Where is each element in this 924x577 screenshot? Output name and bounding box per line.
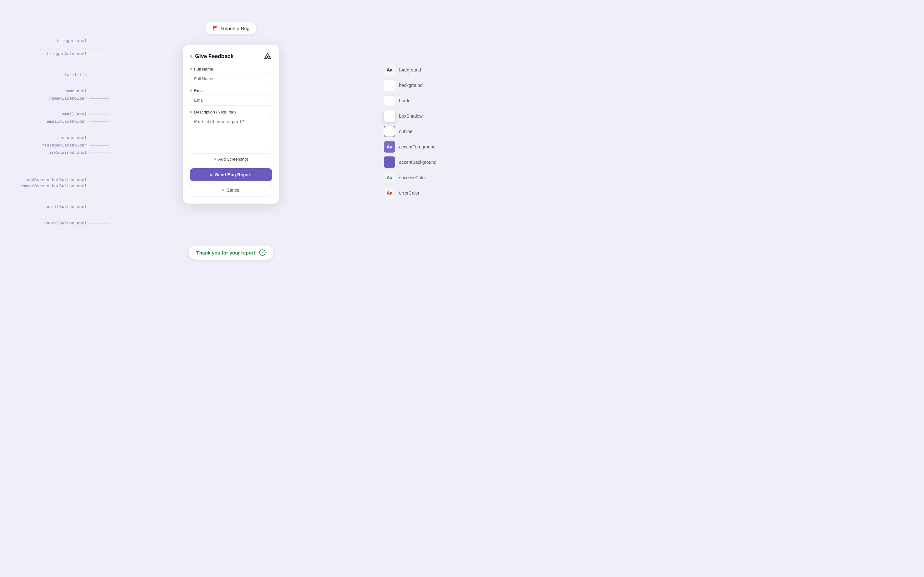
swatch-background-label: background	[399, 83, 423, 88]
sentry-logo-icon	[263, 52, 272, 61]
label-emailPlaceholder: emailPlaceholder	[19, 119, 109, 124]
label-addScreenshotButtonLabel: addScreenshotButtonLabel	[19, 177, 109, 182]
modal-title: Give Feedback	[195, 53, 234, 60]
swatch-foreground-label: foreground	[399, 67, 421, 73]
feedback-modal: Give Feedback Full Name Email Des	[183, 45, 279, 203]
screenshot-btn-dot	[214, 158, 216, 160]
email-label-dot	[190, 89, 192, 92]
label-emailLabel: emailLabel	[19, 112, 109, 117]
swatch-error-label: errorColor	[399, 190, 419, 195]
modal-header: Give Feedback	[190, 52, 272, 61]
submit-btn-label: Send Bug Report	[215, 172, 252, 177]
submit-btn-dot	[210, 174, 212, 176]
label-triggerAriaLabel: triggerAriaLabel	[19, 52, 109, 56]
swatch-outline-label: outline	[399, 129, 412, 134]
label-nameLabel: nameLabel	[19, 89, 109, 93]
swatch-accent-fg-label: accentForeground	[399, 144, 436, 149]
swatch-accent-fg: Aa	[384, 141, 395, 153]
swatch-foreground: Aa	[384, 64, 395, 76]
message-label-dot	[190, 111, 192, 113]
swatch-boxshadow	[384, 110, 395, 122]
label-cancelButtonLabel: cancelButtonLabel	[19, 221, 109, 226]
label-submitButtonLabel: submitButtonLabel	[19, 205, 109, 210]
check-icon: ✓	[259, 250, 266, 256]
email-input[interactable]	[190, 95, 272, 106]
swatch-boxshadow-label: boxShadow	[399, 113, 423, 119]
email-field-group: Email	[190, 88, 272, 106]
swatch-error: Aa	[384, 187, 395, 199]
label-messagePlaceholder: messagePlaceholder	[19, 143, 109, 148]
screenshot-btn-label: Add Screenshot	[218, 157, 248, 161]
swatch-foreground-row: Aa foreground	[384, 64, 436, 76]
swatch-error-row: Aa errorColor	[384, 187, 436, 199]
swatch-success-label: successColor	[399, 175, 426, 180]
label-namePlaceholder: namePlaceholder	[19, 96, 109, 101]
swatch-border	[384, 95, 395, 106]
modal-logo	[263, 52, 272, 61]
cancel-btn-dot	[222, 189, 224, 191]
left-labels-panel: triggerLabel triggerAriaLabel formTitle …	[19, 39, 109, 226]
trigger-button[interactable]: 🚩 Report a Bug	[205, 22, 257, 35]
swatch-outline	[384, 126, 395, 137]
swatch-border-label: border	[399, 98, 412, 103]
label-removeScreenshotButtonLabel: removeScreenshotButtonLabel	[19, 184, 109, 189]
right-swatches-panel: Aa foreground background border boxShado…	[384, 64, 436, 199]
message-textarea[interactable]	[190, 116, 272, 148]
trigger-label: Report a Bug	[221, 26, 249, 31]
email-label: Email	[194, 88, 205, 93]
label-messageLabel: messageLabel	[19, 135, 109, 140]
swatch-boxshadow-row: boxShadow	[384, 110, 436, 122]
modal-title-row: Give Feedback	[190, 53, 234, 60]
flag-icon: 🚩	[212, 25, 218, 31]
label-isRequiredLabel: isRequiredLabel	[19, 150, 109, 155]
label-formTitle: formTitle	[19, 73, 109, 77]
swatch-outline-row: outline	[384, 126, 436, 137]
name-label-dot	[190, 68, 192, 70]
header-dot	[190, 55, 192, 58]
swatch-accent-bg-label: accentBackground	[399, 160, 436, 165]
label-triggerLabel: triggerLabel	[19, 39, 109, 43]
thank-you-message: Thank you for your report! ✓	[189, 245, 273, 259]
swatch-accent-bg	[384, 156, 395, 168]
swatch-success: Aa	[384, 172, 395, 183]
swatch-background	[384, 79, 395, 91]
swatch-success-row: Aa successColor	[384, 172, 436, 183]
name-input[interactable]	[190, 73, 272, 84]
swatch-background-row: background	[384, 79, 436, 91]
cancel-button[interactable]: Cancel	[190, 184, 272, 197]
cancel-btn-label: Cancel	[226, 187, 241, 193]
name-field-group: Full Name	[190, 67, 272, 84]
add-screenshot-button[interactable]: Add Screenshot	[190, 153, 272, 165]
thank-you-text: Thank you for your report!	[196, 250, 257, 255]
swatch-border-row: border	[384, 95, 436, 106]
name-label: Full Name	[194, 67, 213, 71]
message-field-group: Description (Required)	[190, 110, 272, 149]
swatch-accent-fg-row: Aa accentForeground	[384, 141, 436, 153]
message-label: Description (Required)	[194, 110, 236, 114]
swatch-accent-bg-row: accentBackground	[384, 156, 436, 168]
submit-button[interactable]: Send Bug Report	[190, 168, 272, 181]
